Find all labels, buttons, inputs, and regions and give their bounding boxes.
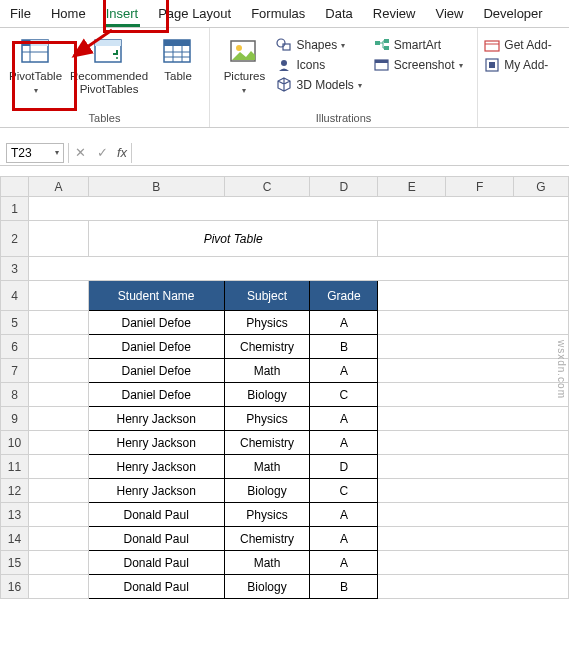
select-all[interactable] (1, 177, 29, 197)
name-box[interactable]: T23 ▾ (6, 143, 64, 163)
cell-data[interactable]: Donald Paul (88, 551, 224, 575)
cell-data[interactable]: Daniel Defoe (88, 311, 224, 335)
col-E[interactable]: E (378, 177, 446, 197)
tab-home[interactable]: Home (41, 2, 96, 27)
spreadsheet-grid[interactable]: A B C D E F G 1 2Pivot Table 3 4 Student… (0, 176, 569, 599)
cell-data[interactable]: Physics (224, 407, 310, 431)
row-6[interactable]: 6 (1, 335, 29, 359)
row-2[interactable]: 2 (1, 221, 29, 257)
cell-data[interactable]: Daniel Defoe (88, 383, 224, 407)
cell-data[interactable]: B (310, 575, 378, 599)
chevron-down-icon: ▾ (55, 148, 59, 157)
cell-data[interactable]: A (310, 431, 378, 455)
fx-icon[interactable]: fx (113, 145, 131, 160)
pictures-label: Pictures (224, 70, 266, 82)
tab-review[interactable]: Review (363, 2, 426, 27)
icons-button[interactable]: Icons (274, 56, 363, 74)
col-B[interactable]: B (88, 177, 224, 197)
hdr-student[interactable]: Student Name (88, 281, 224, 311)
hdr-subject[interactable]: Subject (224, 281, 310, 311)
shapes-button[interactable]: Shapes ▾ (274, 36, 363, 54)
cell-data[interactable]: Donald Paul (88, 527, 224, 551)
table-button[interactable]: Table (152, 34, 204, 85)
row-12[interactable]: 12 (1, 479, 29, 503)
chevron-down-icon: ▾ (34, 86, 38, 95)
row-5[interactable]: 5 (1, 311, 29, 335)
cell-data[interactable]: A (310, 311, 378, 335)
cell-data[interactable]: A (310, 551, 378, 575)
cell-data[interactable]: Physics (224, 311, 310, 335)
tab-insert[interactable]: Insert (96, 2, 149, 27)
cell-data[interactable]: Donald Paul (88, 503, 224, 527)
cell-data[interactable]: Henry Jackson (88, 455, 224, 479)
row-16[interactable]: 16 (1, 575, 29, 599)
pictures-button[interactable]: Pictures▾ (218, 34, 270, 97)
pivottable-button[interactable]: PivotTable▾ (5, 34, 66, 97)
tab-view[interactable]: View (425, 2, 473, 27)
cell-data[interactable]: Chemistry (224, 527, 310, 551)
row-1[interactable]: 1 (1, 197, 29, 221)
title-cell[interactable]: Pivot Table (88, 221, 378, 257)
row-10[interactable]: 10 (1, 431, 29, 455)
svg-point-16 (236, 45, 242, 51)
recommended-pivot-icon (93, 36, 125, 68)
row-8[interactable]: 8 (1, 383, 29, 407)
get-addins-button[interactable]: Get Add- (482, 36, 553, 54)
cell-data[interactable]: Daniel Defoe (88, 359, 224, 383)
cell-data[interactable]: Henry Jackson (88, 479, 224, 503)
tab-formulas[interactable]: Formulas (241, 2, 315, 27)
row-14[interactable]: 14 (1, 527, 29, 551)
row-7[interactable]: 7 (1, 359, 29, 383)
cell-data[interactable]: Math (224, 455, 310, 479)
col-C[interactable]: C (224, 177, 310, 197)
recommended-pivottables-button[interactable]: Recommended PivotTables (66, 34, 152, 97)
my-addins-button[interactable]: My Add- (482, 56, 553, 74)
svg-point-19 (281, 60, 287, 66)
chevron-down-icon: ▾ (242, 86, 246, 95)
smartart-button[interactable]: SmartArt (372, 36, 465, 54)
col-D[interactable]: D (310, 177, 378, 197)
cell-data[interactable]: Biology (224, 383, 310, 407)
cell-data[interactable]: A (310, 407, 378, 431)
svg-rect-3 (30, 40, 48, 46)
3dmodels-button[interactable]: 3D Models ▾ (274, 76, 363, 94)
col-G[interactable]: G (514, 177, 569, 197)
cell-data[interactable]: Biology (224, 575, 310, 599)
row-4[interactable]: 4 (1, 281, 29, 311)
cell-data[interactable]: C (310, 479, 378, 503)
screenshot-button[interactable]: Screenshot ▾ (372, 56, 465, 74)
hdr-grade[interactable]: Grade (310, 281, 378, 311)
tab-file[interactable]: File (0, 2, 41, 27)
row-3[interactable]: 3 (1, 257, 29, 281)
cell-data[interactable]: Math (224, 359, 310, 383)
cell-data[interactable]: Henry Jackson (88, 431, 224, 455)
row-11[interactable]: 11 (1, 455, 29, 479)
cell-data[interactable]: Chemistry (224, 335, 310, 359)
cell-data[interactable]: Donald Paul (88, 575, 224, 599)
cell-data[interactable]: Math (224, 551, 310, 575)
pictures-icon (228, 36, 260, 68)
formula-input[interactable] (131, 143, 569, 163)
cell-data[interactable]: Biology (224, 479, 310, 503)
cell-data[interactable]: A (310, 503, 378, 527)
cell-data[interactable]: Chemistry (224, 431, 310, 455)
table-label: Table (164, 70, 192, 83)
cell-data[interactable]: A (310, 527, 378, 551)
row-15[interactable]: 15 (1, 551, 29, 575)
tab-data[interactable]: Data (315, 2, 362, 27)
row-9[interactable]: 9 (1, 407, 29, 431)
cell-data[interactable]: C (310, 383, 378, 407)
cell-data[interactable]: Henry Jackson (88, 407, 224, 431)
tab-pagelayout[interactable]: Page Layout (148, 2, 241, 27)
col-F[interactable]: F (446, 177, 514, 197)
col-A[interactable]: A (28, 177, 88, 197)
shapes-icon (276, 37, 292, 53)
cell-data[interactable]: D (310, 455, 378, 479)
cell-data[interactable]: B (310, 335, 378, 359)
tab-developer[interactable]: Developer (473, 2, 552, 27)
row-13[interactable]: 13 (1, 503, 29, 527)
cell-data[interactable]: Daniel Defoe (88, 335, 224, 359)
cell-data[interactable]: Physics (224, 503, 310, 527)
cell-data[interactable]: A (310, 359, 378, 383)
3dmodels-label: 3D Models (296, 78, 353, 92)
